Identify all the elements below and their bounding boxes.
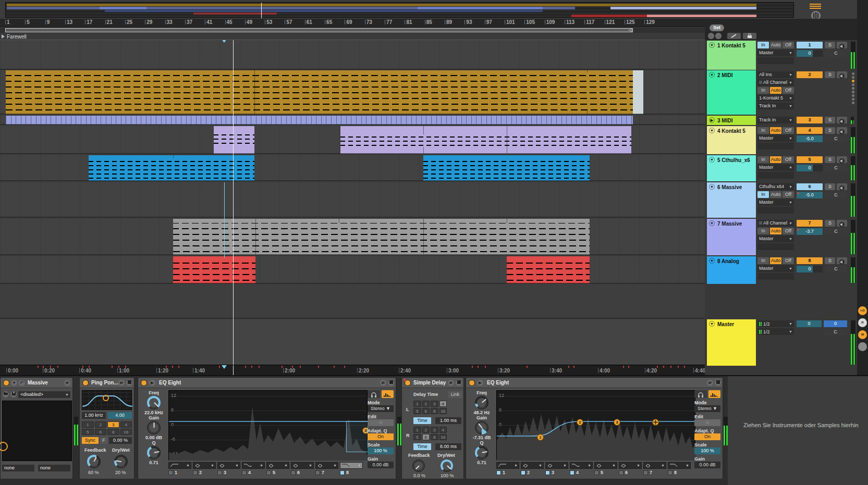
band-toggle[interactable]: 5: [266, 470, 289, 475]
track-name-cell[interactable]: ▼2 MIDI: [707, 70, 756, 115]
loop-end-marker[interactable]: ◁: [629, 29, 632, 32]
speaker-icon[interactable]: [837, 117, 847, 123]
track-header[interactable]: ▼4 Kontakt 5InAutoOffMaster▼4S-5.0C: [705, 126, 857, 154]
offset-value[interactable]: 0.00 %: [109, 437, 132, 444]
band-toggle[interactable]: 3: [545, 470, 568, 475]
speaker-icon[interactable]: [837, 257, 847, 264]
solo-button[interactable]: S: [825, 117, 835, 123]
eq-band[interactable]: ▼8: [340, 462, 363, 475]
beat-division-16[interactable]: 16: [120, 429, 132, 435]
filter-shape-select[interactable]: ▼: [266, 462, 289, 469]
eq-mode-select[interactable]: Stereo ▼: [368, 405, 394, 412]
locator-triangle-icon[interactable]: [2, 34, 5, 39]
pan-control[interactable]: C: [825, 192, 847, 198]
midi-clip[interactable]: [6, 70, 633, 114]
feedback-value[interactable]: 0.0 %: [413, 473, 425, 478]
midi-clip[interactable]: [423, 155, 590, 181]
beat-division-2[interactable]: 2: [422, 401, 430, 407]
fold-icon[interactable]: ▼: [11, 380, 17, 386]
show-returns-button[interactable]: R: [858, 318, 867, 327]
beat-division-5[interactable]: 5: [413, 408, 421, 414]
track-activator[interactable]: 3: [797, 117, 823, 123]
volume-slider[interactable]: 0: [797, 50, 823, 57]
band-toggle[interactable]: 6: [291, 470, 314, 475]
speaker-icon[interactable]: [837, 220, 847, 227]
delay-l-row2[interactable]: 56816: [413, 408, 447, 414]
show-sends-button[interactable]: [858, 342, 867, 351]
track-name-cell[interactable]: ▼8 Analog: [707, 256, 756, 284]
track-header[interactable]: ▼5 Cthulhu_x6InAutoOffMaster▼5S0C: [705, 155, 857, 181]
track-activator[interactable]: 1: [797, 42, 823, 48]
unfold-track-icon[interactable]: ▼: [709, 42, 715, 48]
midi-clip[interactable]: [89, 155, 254, 181]
eq-output-gain[interactable]: 0.00 dB: [368, 462, 394, 468]
locator-name[interactable]: Farewell: [7, 34, 27, 40]
beat-division-6[interactable]: 6: [422, 408, 430, 414]
unfold-track-icon[interactable]: ▼: [709, 321, 715, 327]
volume-slider[interactable]: 0: [797, 266, 823, 272]
unfold-track-icon[interactable]: ▼: [709, 128, 715, 133]
monitor-off[interactable]: Off: [783, 257, 794, 264]
show-mixer-button[interactable]: M: [858, 330, 867, 339]
eq-param-value[interactable]: 0.00 dB: [140, 435, 167, 440]
scroll-zoom-bar[interactable]: ◁: [5, 28, 633, 32]
eq-band[interactable]: ▼2: [193, 462, 216, 475]
routing-select[interactable]: Master▼: [757, 265, 794, 272]
midi-clip[interactable]: [173, 256, 255, 283]
eq-band[interactable]: ▼4: [570, 462, 593, 475]
eq-scale-value[interactable]: 100 %: [368, 447, 394, 454]
eq-edit-button[interactable]: A: [368, 419, 394, 426]
pingpong-filter-display[interactable]: [82, 390, 132, 410]
monitor-toggle[interactable]: InAutoOff: [757, 257, 794, 264]
sidechain-left[interactable]: none: [2, 465, 34, 471]
eq-param-knob[interactable]: [147, 396, 161, 409]
eq-band[interactable]: ▼5: [594, 462, 617, 475]
pan-control[interactable]: C: [825, 135, 847, 142]
pan-control[interactable]: C: [825, 228, 847, 235]
master-volume[interactable]: 0: [797, 320, 822, 327]
track-name-cell[interactable]: ▼7 Massive: [707, 219, 756, 255]
unfold-track-icon[interactable]: ▼: [709, 72, 715, 78]
monitor-auto[interactable]: Auto: [770, 228, 781, 234]
solo-button[interactable]: S: [825, 156, 835, 163]
volume-slider[interactable]: -5.0: [797, 192, 823, 198]
solo-button[interactable]: S: [825, 71, 835, 78]
bar-ruler[interactable]: 1591317212529333741454953576165697377818…: [0, 19, 705, 27]
midi-clip[interactable]: [507, 256, 590, 283]
routing-select[interactable]: 1-Kontakt 5▼: [757, 95, 794, 102]
filter-shape-select[interactable]: ▼: [521, 462, 544, 469]
routing-select[interactable]: Master▼: [757, 164, 794, 171]
eq-band-node[interactable]: 2: [577, 419, 583, 426]
band-toggle[interactable]: 8: [340, 470, 363, 475]
eq-param-knob[interactable]: [475, 396, 488, 409]
filter-shape-select[interactable]: ▼: [594, 462, 617, 469]
device-on-icon[interactable]: [469, 380, 475, 386]
device-eq-eight-1[interactable]: ▶ EQ Eight ⇄ Freq22.0 kHzGain0.00 dBQ0.7…: [138, 377, 396, 479]
spectrum-icon[interactable]: [382, 390, 394, 398]
track-lane[interactable]: [0, 41, 705, 70]
filter-shape-select[interactable]: ▼: [193, 462, 216, 469]
band-toggle[interactable]: 4: [570, 470, 593, 475]
preset-selector[interactable]: <disabled> ▼: [18, 391, 70, 398]
speaker-icon[interactable]: [837, 71, 847, 78]
monitor-toggle[interactable]: InAutoOff: [757, 127, 794, 134]
beat-division-4[interactable]: 4: [120, 421, 132, 428]
routing-select[interactable]: Track In▼: [757, 103, 794, 109]
eq-band[interactable]: ▼3: [217, 462, 240, 475]
eq-band[interactable]: ▼4: [242, 462, 265, 475]
track-name-cell[interactable]: ▼Master: [707, 319, 756, 366]
device-header[interactable]: Simple Delay ⇄: [402, 378, 463, 388]
monitor-in[interactable]: In: [757, 87, 769, 94]
solo-button[interactable]: S: [825, 183, 835, 190]
eq-band[interactable]: ▼2: [521, 462, 544, 475]
eq-band[interactable]: ▼1: [496, 462, 519, 475]
monitor-auto[interactable]: Auto: [770, 42, 781, 48]
filter-shape-select[interactable]: ▼: [619, 462, 642, 469]
routing-select[interactable]: Master▼: [757, 135, 794, 142]
expand-icon[interactable]: ▶: [149, 380, 155, 386]
band-toggle[interactable]: 6: [619, 470, 642, 475]
device-on-icon[interactable]: [82, 380, 89, 386]
filter-shape-select[interactable]: ▼: [545, 462, 568, 469]
monitor-toggle[interactable]: InAutoOff: [757, 191, 794, 198]
monitor-in[interactable]: In: [757, 42, 769, 48]
